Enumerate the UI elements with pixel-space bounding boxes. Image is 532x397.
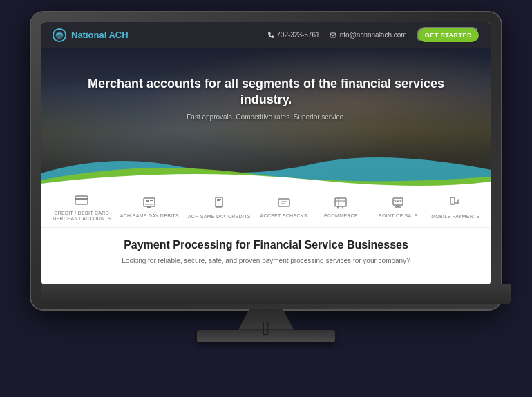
monitor-chin [41,284,511,304]
ach-credits-icon [213,197,225,212]
svg-rect-27 [395,201,396,202]
ach-debits-icon [143,197,155,211]
service-label-ach-debits: ACH SAME DAY DEBITS [120,213,179,219]
svg-point-22 [342,206,343,208]
svg-rect-29 [400,201,401,202]
services-strip: CREDIT / DEBIT CARDMERCHANT ACCOUNTS ACH… [41,186,491,229]
mobile-payments-icon [450,197,461,212]
phone-icon [267,32,274,39]
monitor-base:  [197,330,335,342]
echecks-icon [278,197,290,211]
content-subtitle: Looking for reliable, secure, safe, and … [55,257,477,264]
monitor-wrapper: National ACH 702-323-5761 info@nationala… [31,12,501,385]
hero-content: Merchant accounts for all segments of th… [41,48,491,135]
ecommerce-icon [334,197,347,211]
service-label-ecommerce: ECOMMERCE [324,213,358,219]
header-contact: 702-323-5761 info@nationalach.com GET ST… [267,27,480,43]
svg-rect-28 [397,201,399,202]
hero-wave [41,153,491,186]
service-item-echecks[interactable]: ACCEPT ECHECKS [260,197,308,219]
service-label-echecks: ACCEPT ECHECKS [260,213,307,219]
svg-rect-5 [146,200,149,202]
email-icon [330,32,336,39]
service-item-ecommerce[interactable]: ECOMMERCE [316,197,365,219]
content-title: Payment Processing for Financial Service… [55,239,477,251]
service-label-credit-card: CREDIT / DEBIT CARDMERCHANT ACCOUNTS [52,211,111,222]
svg-rect-15 [278,199,289,206]
service-item-ach-debits[interactable]: ACH SAME DAY DEBITS [120,197,179,219]
hero-subtitle: Fast approvals. Competitive rates. Super… [68,113,464,121]
svg-rect-7 [150,202,152,202]
site-logo: National ACH [52,28,129,43]
content-section: Payment Processing for Financial Service… [41,228,491,273]
svg-rect-9 [147,206,151,208]
apple-logo:  [263,319,269,338]
service-label-mobile: MOBILE PAYMENTS [431,214,479,220]
monitor-screen: National ACH 702-323-5761 info@nationala… [41,22,491,284]
site-header: National ACH 702-323-5761 info@nationala… [41,22,491,48]
credit-card-icon [75,195,88,209]
svg-rect-14 [216,206,222,207]
hero-title: Merchant accounts for all segments of th… [68,76,464,108]
svg-rect-1 [330,33,336,37]
svg-rect-12 [217,200,220,201]
phone-contact: 702-323-5761 [267,31,319,39]
svg-point-31 [453,202,454,204]
service-item-credit-card[interactable]: CREDIT / DEBIT CARDMERCHANT ACCOUNTS [52,195,111,222]
svg-rect-3 [75,198,88,200]
hero-section: Merchant accounts for all segments of th… [41,48,491,186]
get-started-button[interactable]: GET STARTED [417,27,480,43]
svg-rect-11 [217,199,221,200]
email-address: info@nationalach.com [339,31,407,39]
service-label-pos: POINT OF SALE [379,213,418,219]
svg-rect-4 [144,198,155,206]
svg-rect-13 [217,202,220,202]
service-item-mobile[interactable]: MOBILE PAYMENTS [431,197,479,220]
svg-rect-6 [150,200,153,201]
phone-number: 702-323-5761 [276,31,319,39]
service-item-pos[interactable]: POINT OF SALE [374,197,422,219]
logo-icon [52,28,67,43]
pos-icon [392,197,404,211]
svg-point-21 [337,206,339,208]
email-contact: info@nationalach.com [330,31,407,39]
service-label-ach-credits: ACH SAME DAY CREDITS [188,214,251,220]
monitor-outer: National ACH 702-323-5761 info@nationala… [31,12,501,309]
service-item-ach-credits[interactable]: ACH SAME DAY CREDITS [188,197,251,220]
svg-rect-18 [335,198,346,206]
logo-text: National ACH [71,30,129,40]
